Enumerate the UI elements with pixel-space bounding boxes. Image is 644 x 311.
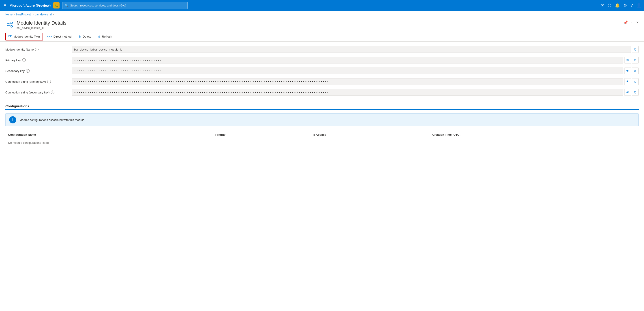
module-icon: [5, 20, 14, 29]
app-title: Microsoft Azure (Preview): [10, 3, 51, 7]
module-identity-name-input[interactable]: [72, 46, 631, 53]
eye-icon: 👁: [626, 58, 629, 62]
connection-string-secondary-row: Connection string (secondary key) i 👁 ⧉: [5, 89, 639, 96]
refresh-label: Refresh: [102, 35, 112, 38]
page-header-left: Module Identity Details bar_device_modul…: [5, 20, 66, 29]
direct-method-button[interactable]: </> Direct method: [44, 33, 74, 40]
code-icon: </>: [47, 35, 52, 38]
eye-icon: 👁: [626, 90, 629, 94]
configurations-title: Configurations: [5, 104, 639, 110]
info-banner: i Module configurations associated with …: [5, 113, 639, 126]
table-empty-row: No module configurations listed.: [5, 139, 639, 147]
module-identity-name-row: Module Identity Name i ⧉: [5, 46, 639, 53]
connection-string-primary-copy[interactable]: ⧉: [632, 78, 639, 85]
primary-key-eye[interactable]: 👁: [624, 57, 631, 63]
connection-string-secondary-eye[interactable]: 👁: [624, 89, 631, 96]
module-identity-twin-label: Module Identity Twin: [14, 35, 40, 38]
connection-string-secondary-field: 👁 ⧉: [72, 89, 639, 96]
svg-point-2: [11, 25, 12, 27]
bug-icon[interactable]: 🐛: [53, 2, 60, 8]
secondary-key-info[interactable]: i: [26, 69, 30, 73]
connection-string-primary-row: Connection string (primary key) i 👁 ⧉: [5, 78, 639, 85]
svg-rect-6: [10, 35, 12, 37]
toolbar: Module Identity Twin </> Direct method 🗑…: [0, 29, 644, 41]
svg-point-0: [7, 23, 9, 26]
ellipsis-menu[interactable]: ···: [630, 20, 634, 24]
connection-string-primary-label: Connection string (primary key) i: [5, 80, 68, 83]
connection-string-secondary-label: Connection string (secondary key) i: [5, 90, 68, 94]
breadcrumb-hub[interactable]: barsFirstHub: [16, 13, 32, 16]
connection-string-primary-info[interactable]: i: [47, 80, 51, 83]
connection-string-primary-eye[interactable]: 👁: [624, 78, 631, 85]
module-identity-name-info[interactable]: i: [35, 48, 38, 51]
copy-icon: ⧉: [634, 80, 636, 84]
primary-key-row: Primary key i 👁 ⧉: [5, 57, 639, 63]
primary-key-copy[interactable]: ⧉: [632, 57, 639, 63]
topbar: ≡ Microsoft Azure (Preview) 🐛 🔍 Search r…: [0, 0, 644, 11]
delete-button[interactable]: 🗑 Delete: [76, 33, 94, 40]
feedback-icon[interactable]: ✉: [601, 3, 604, 8]
module-identity-twin-button[interactable]: Module Identity Twin: [5, 33, 43, 40]
secondary-key-copy[interactable]: ⧉: [632, 67, 639, 74]
svg-rect-5: [9, 35, 10, 37]
connection-string-secondary-copy[interactable]: ⧉: [632, 89, 639, 96]
eye-icon: 👁: [626, 80, 629, 83]
settings-icon[interactable]: ⚙: [624, 3, 627, 8]
col-is-applied: Is Applied: [310, 131, 430, 139]
module-identity-name-label: Module Identity Name i: [5, 48, 68, 51]
cloud-shell-icon[interactable]: ⬡: [608, 3, 611, 8]
configurations-section: Configurations i Module configurations a…: [0, 104, 644, 151]
refresh-button[interactable]: ↺ Refresh: [95, 33, 115, 40]
page-subtitle: bar_device_module_id: [16, 26, 66, 29]
table-header-row: Configuration Name Priority Is Applied C…: [5, 131, 639, 139]
twin-icon: [8, 34, 12, 39]
breadcrumb-sep-1: ›: [14, 13, 15, 16]
search-placeholder: Search resources, services, and docs (G+…: [70, 4, 126, 7]
main-content: Home › barsFirstHub › bar_device_id › Mo…: [0, 11, 644, 311]
col-config-name: Configuration Name: [5, 131, 213, 139]
col-priority: Priority: [213, 131, 310, 139]
refresh-icon: ↺: [98, 35, 100, 38]
page-header: Module Identity Details bar_device_modul…: [0, 18, 644, 29]
secondary-key-input[interactable]: [72, 67, 624, 74]
copy-icon: ⧉: [634, 48, 636, 51]
close-icon[interactable]: ×: [636, 20, 639, 25]
account-icon[interactable]: 👤: [636, 3, 641, 8]
primary-key-field: 👁 ⧉: [72, 57, 639, 63]
help-icon[interactable]: ?: [630, 3, 633, 8]
eye-icon: 👁: [626, 69, 629, 73]
topbar-actions: ✉ ⬡ 🔔 ⚙ ? 👤: [601, 3, 641, 8]
copy-icon: ⧉: [634, 69, 636, 73]
svg-point-1: [11, 22, 12, 24]
hamburger-menu[interactable]: ≡: [3, 2, 7, 9]
breadcrumb: Home › barsFirstHub › bar_device_id ›: [0, 11, 644, 18]
secondary-key-label: Secondary key i: [5, 69, 68, 73]
breadcrumb-home[interactable]: Home: [5, 13, 12, 16]
form-section: Module Identity Name i ⧉ Primary key i 👁: [0, 41, 644, 104]
secondary-key-eye[interactable]: 👁: [624, 67, 631, 74]
pin-icon[interactable]: 📌: [624, 20, 628, 24]
breadcrumb-sep-2: ›: [33, 13, 34, 16]
notifications-icon[interactable]: 🔔: [615, 3, 620, 8]
search-icon: 🔍: [65, 4, 68, 7]
connection-string-secondary-input[interactable]: [72, 89, 624, 96]
col-creation-time: Creation Time (UTC): [430, 131, 639, 139]
copy-icon: ⧉: [634, 90, 636, 94]
page-title: Module Identity Details: [16, 20, 66, 26]
breadcrumb-device[interactable]: bar_device_id: [35, 13, 52, 16]
connection-string-primary-input[interactable]: [72, 78, 624, 85]
secondary-key-field: 👁 ⧉: [72, 67, 639, 74]
breadcrumb-sep-3: ›: [53, 13, 54, 16]
primary-key-input[interactable]: [72, 57, 624, 63]
connection-string-secondary-info[interactable]: i: [51, 90, 54, 94]
copy-icon: ⧉: [634, 58, 636, 62]
module-identity-name-field: ⧉: [72, 46, 639, 53]
trash-icon: 🗑: [78, 35, 82, 38]
direct-method-label: Direct method: [54, 35, 72, 38]
configurations-table: Configuration Name Priority Is Applied C…: [5, 131, 639, 147]
info-icon: i: [9, 116, 16, 123]
module-identity-name-copy[interactable]: ⧉: [632, 46, 639, 53]
primary-key-info[interactable]: i: [22, 58, 26, 62]
search-bar[interactable]: 🔍 Search resources, services, and docs (…: [62, 2, 188, 9]
info-text: Module configurations associated with th…: [20, 118, 85, 122]
